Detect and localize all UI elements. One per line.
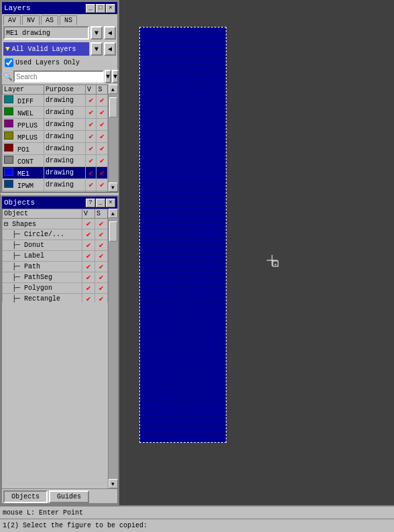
layers-search-input[interactable] xyxy=(13,70,104,83)
search-dropdown-btn[interactable]: ▼ xyxy=(105,70,111,83)
obj-v-cell[interactable]: ✔ xyxy=(82,272,94,283)
obj-scroll-track[interactable] xyxy=(109,218,118,479)
table-row[interactable]: ├─ PathSeg ✔ ✔ xyxy=(3,272,108,283)
tab-as[interactable]: AS xyxy=(41,15,58,25)
layers-reset-btn[interactable]: ◀ xyxy=(104,26,116,40)
scroll-up-btn[interactable]: ▲ xyxy=(109,85,118,94)
layers-close-btn[interactable]: × xyxy=(106,4,115,13)
col-s: S xyxy=(96,85,108,95)
table-row[interactable]: CONT drawing ✔ ✔ xyxy=(3,155,108,167)
obj-scroll-up-btn[interactable]: ▲ xyxy=(109,209,118,218)
obj-s-cell[interactable]: ✔ xyxy=(94,219,107,229)
obj-s-cell[interactable]: ✔ xyxy=(94,251,107,262)
layer-v-cell[interactable]: ✔ xyxy=(85,107,96,119)
obj-s-cell[interactable]: ✔ xyxy=(94,262,107,272)
table-row[interactable]: ⊟ Shapes ✔ ✔ xyxy=(3,219,108,229)
table-row[interactable]: PO1 drawing ✔ ✔ xyxy=(3,143,108,155)
table-row[interactable]: SY... MMSYMBOL xyxy=(3,191,108,193)
canvas-area[interactable]: + xyxy=(119,0,394,505)
layers-scrollbar[interactable]: ▲ ▼ xyxy=(108,85,117,192)
obj-scroll-down-btn[interactable]: ▼ xyxy=(109,479,118,488)
table-row[interactable]: DIFF drawing ✔ ✔ xyxy=(3,95,108,107)
obj-s-cell[interactable]: ✔ xyxy=(94,283,107,294)
layer-v-cell[interactable]: ✔ xyxy=(85,167,96,179)
layer-v-cell[interactable] xyxy=(85,191,96,193)
obj-scroll-thumb[interactable] xyxy=(109,221,117,242)
tab-ns[interactable]: NS xyxy=(60,15,77,25)
layer-s-cell[interactable]: ✔ xyxy=(96,143,108,155)
layer-s-cell[interactable]: ✔ xyxy=(96,107,108,119)
obj-v-cell[interactable]: ✔ xyxy=(82,219,94,229)
table-row[interactable]: ├─ Polygon ✔ ✔ xyxy=(3,283,108,294)
objects-close-btn[interactable]: × xyxy=(106,199,115,207)
layer-v-cell[interactable]: ✔ xyxy=(85,179,96,191)
svg-rect-2 xyxy=(140,28,226,442)
obj-v-cell[interactable]: ✔ xyxy=(82,294,94,303)
layers-titlebar-buttons: _ □ × xyxy=(86,4,115,13)
obj-s-cell[interactable]: ✔ xyxy=(94,294,107,303)
layer-name-cell: NWEL xyxy=(3,107,44,119)
layer-v-cell[interactable]: ✔ xyxy=(85,155,96,167)
objects-help-btn[interactable]: ? xyxy=(86,199,95,207)
layers-minimize-btn[interactable]: _ xyxy=(86,4,95,13)
guides-tab[interactable]: Guides xyxy=(49,490,89,503)
layer-v-cell[interactable]: ✔ xyxy=(85,143,96,155)
layer-swatch xyxy=(4,168,13,176)
obj-v-cell[interactable]: ✔ xyxy=(82,229,94,240)
check-icon: ✔ xyxy=(87,108,95,117)
layer-v-cell[interactable]: ✔ xyxy=(85,131,96,143)
objects-title: Objects xyxy=(4,199,35,207)
layers-dropdown[interactable]: ME1 drawing xyxy=(3,26,89,40)
obj-v-cell[interactable]: ✔ xyxy=(82,283,94,294)
table-row[interactable]: IPWM drawing ✔ ✔ xyxy=(3,179,108,191)
check-icon: ✔ xyxy=(84,219,93,228)
layer-s-cell[interactable]: ✔ xyxy=(96,95,108,107)
table-row[interactable]: ├─ Circle/... ✔ ✔ xyxy=(3,229,108,240)
layer-purpose-cell: drawing xyxy=(44,107,85,119)
obj-s-cell[interactable]: ✔ xyxy=(94,272,107,283)
table-row[interactable]: ME1 drawing ✔ ✔ xyxy=(3,167,108,179)
used-layers-checkbox[interactable] xyxy=(5,58,13,67)
obj-s-cell[interactable]: ✔ xyxy=(94,229,107,240)
search-options-btn[interactable]: ▼ xyxy=(112,70,119,83)
layer-s-cell[interactable]: ✔ xyxy=(96,155,108,167)
table-row[interactable]: ├─ Path ✔ ✔ xyxy=(3,262,108,272)
scroll-down-btn[interactable]: ▼ xyxy=(109,182,118,192)
layer-v-cell[interactable]: ✔ xyxy=(85,119,96,131)
filter-dropdown-btn[interactable]: ▼ xyxy=(90,42,103,56)
layers-dropdown-btn[interactable]: ▼ xyxy=(90,26,103,40)
tab-nv[interactable]: NV xyxy=(22,15,40,25)
layers-filter-label[interactable]: ▼ All Valid Layers xyxy=(3,42,89,56)
obj-v-cell[interactable]: ✔ xyxy=(82,251,94,262)
check-icon: ✔ xyxy=(98,132,106,141)
table-row[interactable]: MPLUS drawing ✔ ✔ xyxy=(3,131,108,143)
check-icon: ✔ xyxy=(96,241,106,250)
layer-s-cell[interactable]: ✔ xyxy=(96,167,108,179)
table-row[interactable]: PPLUS drawing ✔ ✔ xyxy=(3,119,108,131)
layer-swatch xyxy=(4,144,13,152)
check-icon: ✔ xyxy=(84,295,93,303)
table-row[interactable]: NWEL drawing ✔ ✔ xyxy=(3,107,108,119)
objects-minimize-btn[interactable]: _ xyxy=(96,199,105,207)
table-row[interactable]: ├─ Donut ✔ ✔ xyxy=(3,240,108,251)
layer-s-cell[interactable]: ✔ xyxy=(96,119,108,131)
objects-tab[interactable]: Objects xyxy=(3,490,48,503)
tab-av[interactable]: AV xyxy=(3,15,21,25)
col-purpose: Purpose xyxy=(44,85,85,95)
obj-s-cell[interactable]: ✔ xyxy=(94,240,107,251)
layer-s-cell[interactable]: ✔ xyxy=(96,179,108,191)
scroll-thumb[interactable] xyxy=(109,97,117,117)
table-row[interactable]: ├─ Label ✔ ✔ xyxy=(3,251,108,262)
table-row[interactable]: ├─ Rectangle ✔ ✔ xyxy=(3,294,108,303)
obj-v-cell[interactable]: ✔ xyxy=(82,262,94,272)
filter-extra-btn[interactable]: ◀ xyxy=(104,42,116,56)
layer-s-cell[interactable] xyxy=(96,191,108,193)
layers-restore-btn[interactable]: □ xyxy=(96,4,105,13)
layer-v-cell[interactable]: ✔ xyxy=(85,95,96,107)
layers-filter-row: ▼ All Valid Layers ▼ ◀ xyxy=(2,41,117,57)
top-area: Layers _ □ × AV NV AS NS xyxy=(0,0,394,505)
layer-s-cell[interactable]: ✔ xyxy=(96,131,108,143)
obj-v-cell[interactable]: ✔ xyxy=(82,240,94,251)
scroll-track[interactable] xyxy=(109,94,118,182)
objects-scrollbar[interactable]: ▲ ▼ xyxy=(108,209,117,488)
